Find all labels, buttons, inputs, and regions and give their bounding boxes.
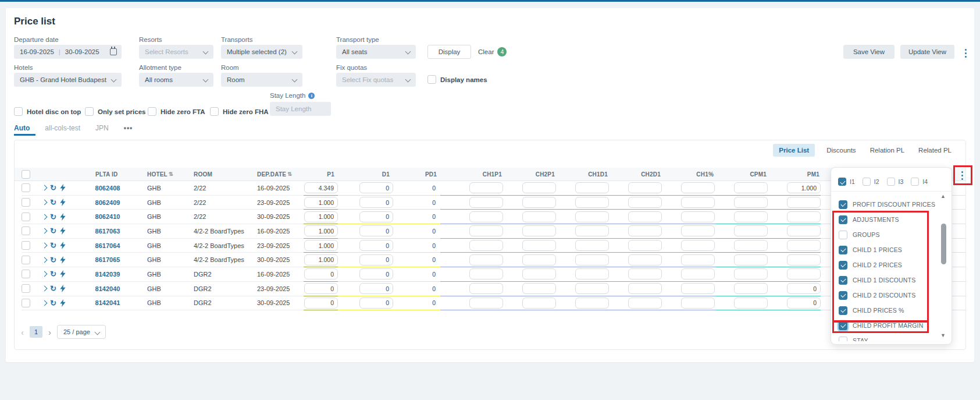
ch2d1-input[interactable]: [628, 298, 662, 309]
ch2p1-input[interactable]: [522, 197, 556, 208]
pm1-input[interactable]: [787, 240, 821, 251]
lightning-icon[interactable]: [60, 199, 66, 206]
refresh-row-icon[interactable]: ↻: [50, 242, 56, 249]
columns-menu-item-adjustments[interactable]: ADJUSTMENTS: [831, 212, 952, 227]
page-number[interactable]: 1: [30, 326, 42, 338]
pm1-input[interactable]: [787, 298, 821, 309]
cpm1-input[interactable]: [734, 298, 768, 309]
ch1pct-input[interactable]: [681, 225, 715, 236]
option-checkbox-only-set-prices[interactable]: Only set prices: [85, 107, 145, 116]
ch1pct-input[interactable]: [681, 283, 715, 294]
p1-input[interactable]: [304, 225, 338, 236]
pm1-input[interactable]: [787, 268, 821, 279]
pm1-input[interactable]: [787, 283, 821, 294]
expand-row-icon[interactable]: [42, 200, 48, 206]
ch1p1-input[interactable]: [469, 240, 503, 251]
ch2p1-input[interactable]: [522, 211, 556, 222]
d1-input[interactable]: [359, 211, 393, 222]
ch1d1-input[interactable]: [575, 225, 609, 236]
p1-input[interactable]: [304, 298, 338, 309]
lightning-icon[interactable]: [60, 242, 66, 249]
col-dep-date[interactable]: DEP.DATE⇅: [257, 168, 304, 180]
ch1pct-input[interactable]: [681, 211, 715, 222]
ch1d1-input[interactable]: [575, 268, 609, 279]
ch1pct-input[interactable]: [681, 197, 715, 208]
option-checkbox-hotel-disc-on-top[interactable]: Hotel disc on top: [14, 107, 81, 116]
ch1p1-input[interactable]: [469, 268, 503, 279]
ch1p1-input[interactable]: [469, 225, 503, 236]
p1-input[interactable]: [304, 254, 338, 266]
ch1pct-input[interactable]: [681, 298, 715, 309]
ch2p1-input[interactable]: [522, 182, 556, 193]
display-names-checkbox[interactable]: Display names: [427, 75, 487, 84]
expand-row-icon[interactable]: [42, 257, 48, 263]
ch2d1-input[interactable]: [628, 182, 662, 193]
checkbox-icon[interactable]: [210, 107, 219, 116]
tab-auto[interactable]: Auto: [14, 124, 30, 132]
ch1p1-input[interactable]: [469, 211, 503, 222]
room-select[interactable]: Room: [221, 73, 302, 87]
option-checkbox-hide-zero-fha[interactable]: Hide zero FHA: [210, 107, 269, 116]
pm1-input[interactable]: [787, 254, 821, 266]
checkbox-icon[interactable]: [839, 215, 847, 224]
sort-icon[interactable]: ⇅: [287, 171, 292, 177]
cpm1-input[interactable]: [734, 240, 768, 251]
row-select-checkbox[interactable]: [22, 226, 30, 235]
tab-jpn[interactable]: JPN: [95, 124, 109, 132]
ch2p1-input[interactable]: [522, 283, 556, 294]
row-select-checkbox[interactable]: [22, 241, 30, 250]
checkbox-icon[interactable]: [14, 107, 23, 116]
ch2p1-input[interactable]: [522, 240, 556, 251]
tab-relation-pl[interactable]: Relation PL: [868, 144, 907, 157]
cpm1-input[interactable]: [734, 268, 768, 279]
checkbox-icon[interactable]: [839, 246, 847, 254]
cpm1-input[interactable]: [734, 211, 768, 222]
lightning-icon[interactable]: [60, 285, 66, 292]
update-view-button[interactable]: Update View: [900, 45, 954, 59]
ch1d1-input[interactable]: [575, 240, 609, 251]
checkbox-icon[interactable]: [839, 261, 847, 270]
inline-option-i2[interactable]: I2: [863, 178, 879, 186]
ch2d1-input[interactable]: [628, 225, 662, 236]
d1-input[interactable]: [359, 298, 393, 309]
expand-row-icon[interactable]: [42, 300, 48, 306]
ch2d1-input[interactable]: [628, 254, 662, 266]
plta-id-link[interactable]: 8142041: [95, 299, 120, 306]
transports-select[interactable]: Multiple selected (2): [221, 45, 302, 59]
refresh-row-icon[interactable]: ↻: [50, 256, 56, 264]
ch1d1-input[interactable]: [575, 254, 609, 266]
cpm1-input[interactable]: [734, 283, 768, 294]
d1-input[interactable]: [359, 182, 393, 193]
d1-input[interactable]: [359, 197, 393, 208]
scrollbar-thumb[interactable]: [941, 224, 946, 264]
expand-row-icon[interactable]: [42, 185, 48, 191]
inline-option-i4[interactable]: I4: [911, 178, 928, 186]
expand-row-icon[interactable]: [42, 286, 48, 292]
cpm1-input[interactable]: [734, 197, 768, 208]
checkbox-icon[interactable]: [427, 75, 436, 84]
display-button[interactable]: Display: [427, 45, 471, 59]
ch1p1-input[interactable]: [469, 254, 503, 266]
ch1pct-input[interactable]: [681, 268, 715, 279]
checkbox-icon[interactable]: [839, 231, 847, 239]
p1-input[interactable]: [304, 283, 338, 294]
checkbox-icon[interactable]: [887, 178, 895, 186]
p1-input[interactable]: [304, 268, 338, 279]
option-checkbox-hide-zero-fta[interactable]: Hide zero FTA: [148, 107, 205, 116]
select-all-checkbox[interactable]: [22, 170, 30, 179]
ch1d1-input[interactable]: [575, 283, 609, 294]
tab-all-cols-test[interactable]: all-cols-test: [45, 124, 80, 132]
pm1-input[interactable]: [787, 211, 821, 222]
hotels-select[interactable]: GHB - Grand Hotel Budapest: [14, 73, 122, 87]
plta-id-link[interactable]: 8062408: [95, 185, 120, 192]
plta-id-link[interactable]: 8617063: [95, 228, 120, 235]
columns-menu-item-stay[interactable]: STAY: [831, 333, 952, 341]
tabs-overflow-icon[interactable]: •••: [124, 124, 133, 132]
view-options-kebab-icon[interactable]: [963, 47, 968, 59]
ch1p1-input[interactable]: [469, 197, 503, 208]
pm1-input[interactable]: [787, 225, 821, 236]
row-select-checkbox[interactable]: [22, 183, 30, 192]
ch1d1-input[interactable]: [575, 182, 609, 193]
scroll-up-icon[interactable]: ▲: [940, 193, 946, 199]
save-view-button[interactable]: Save View: [843, 45, 895, 59]
